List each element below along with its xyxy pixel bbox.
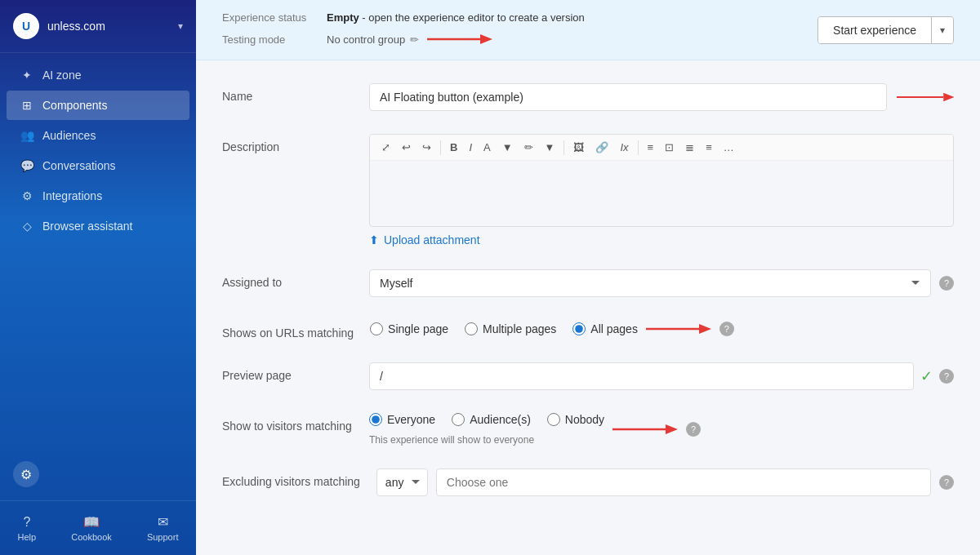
toolbar-expand[interactable]: ⤢	[376, 138, 395, 157]
svg-marker-1	[480, 34, 492, 44]
start-experience-btn-group[interactable]: Start experience ▾	[817, 16, 954, 44]
preview-input[interactable]	[369, 362, 914, 390]
sidebar-item-label: Components	[42, 99, 107, 112]
shows-multiple-pages-radio[interactable]	[465, 322, 478, 335]
toolbar-align-right[interactable]: ≣	[680, 138, 699, 157]
toolbar-redo[interactable]: ↪	[417, 138, 436, 157]
toolbar-link[interactable]: 🔗	[590, 138, 613, 157]
start-experience-button[interactable]: Start experience	[818, 17, 931, 43]
toolbar-italic[interactable]: I	[464, 138, 477, 157]
toolbar-align-center[interactable]: ⊡	[660, 138, 679, 157]
sidebar-item-components[interactable]: ⊞ Components	[7, 91, 189, 120]
logo-icon: U	[13, 13, 39, 39]
description-control: ⤢ ↩ ↪ B I A ▼ ✏ ▼ 🖼 🔗 Ix	[369, 134, 954, 246]
support-label: Support	[147, 532, 179, 542]
name-row: Name	[222, 83, 954, 111]
sidebar-item-label: Integrations	[42, 189, 102, 202]
shows-all-pages[interactable]: All pages	[572, 322, 638, 335]
help-button[interactable]: ? Help	[8, 508, 47, 548]
shows-on-label: Shows on URLs matching	[222, 320, 354, 340]
upload-attachment-link[interactable]: ⬆ Upload attachment	[369, 233, 954, 246]
sidebar-item-label: Conversations	[42, 159, 116, 172]
shows-all-pages-radio[interactable]	[572, 322, 586, 335]
sidebar-item-integrations[interactable]: ⚙ Integrations	[7, 181, 189, 211]
visitors-audiences-radio[interactable]	[452, 413, 465, 426]
red-arrow-name	[897, 88, 954, 106]
excluding-choose-input[interactable]	[436, 468, 931, 496]
support-button[interactable]: ✉ Support	[137, 508, 189, 548]
preview-page-label: Preview page	[222, 362, 353, 382]
red-arrow-visitors	[612, 420, 678, 438]
sidebar-item-browser-assistant[interactable]: ◇ Browser assistant	[7, 211, 189, 241]
sidebar-item-conversations[interactable]: 💬 Conversations	[7, 151, 189, 180]
toolbar-align-justify[interactable]: ≡	[701, 138, 717, 157]
toolbar-bold[interactable]: B	[445, 138, 462, 157]
visitors-help-icon[interactable]: ?	[686, 422, 701, 437]
name-input[interactable]	[369, 83, 887, 111]
sidebar-item-audiences[interactable]: 👥 Audiences	[7, 121, 189, 150]
shows-single-page-radio[interactable]	[370, 322, 383, 335]
visitors-audiences[interactable]: Audience(s)	[452, 413, 531, 426]
toolbar-divider-1	[440, 140, 441, 155]
svg-marker-3	[943, 93, 954, 102]
show-visitors-label: Show to visitors matching	[222, 413, 353, 433]
red-arrow-shows-on	[646, 320, 711, 338]
edit-testing-mode-icon[interactable]: ✏	[410, 33, 419, 46]
show-visitors-control: Everyone Audience(s) Nobody This e	[369, 413, 954, 446]
preview-check-icon: ✓	[920, 367, 933, 385]
audiences-icon: 👥	[20, 129, 34, 142]
shows-on-help-icon[interactable]: ?	[719, 322, 734, 336]
assigned-select[interactable]: Myself	[369, 269, 931, 297]
header-status: Experience status Empty - open the exper…	[222, 11, 585, 48]
excluding-label: Excluding visitors matching	[222, 468, 360, 488]
assigned-row: Assigned to Myself ?	[222, 269, 954, 297]
toolbar-font-color[interactable]: A	[479, 138, 496, 157]
org-chevron: ▾	[178, 20, 183, 32]
sidebar-logo-area[interactable]: U unless.com ▾	[0, 0, 196, 53]
cookbook-button[interactable]: 📖 Cookbook	[61, 508, 122, 548]
toolbar-align-left[interactable]: ≡	[643, 138, 659, 157]
visitors-everyone-radio[interactable]	[369, 413, 382, 426]
sidebar-item-label: AI zone	[42, 69, 81, 82]
experience-status-value: Empty - open the experience editor to cr…	[327, 11, 585, 24]
excluding-inputs: any ?	[376, 468, 954, 496]
testing-mode-value: No control group ✏	[327, 30, 492, 48]
visitors-nobody-radio[interactable]	[547, 413, 560, 426]
cookbook-label: Cookbook	[71, 532, 112, 542]
sidebar-item-ai-zone[interactable]: ✦ AI zone	[7, 60, 189, 90]
sidebar-item-label: Browser assistant	[42, 220, 132, 233]
testing-mode-row: Testing mode No control group ✏	[222, 30, 585, 48]
toolbar-pen-chevron[interactable]: ▼	[540, 138, 560, 157]
sidebar: U unless.com ▾ ✦ AI zone ⊞ Components 👥 …	[0, 0, 196, 555]
shows-all-pages-label: All pages	[590, 322, 638, 335]
toolbar-pen[interactable]: ✏	[519, 138, 538, 157]
toolbar-highlight[interactable]: ▼	[497, 138, 518, 157]
conversations-icon: 💬	[20, 159, 34, 172]
svg-marker-5	[699, 324, 711, 334]
excluding-any-select[interactable]: any	[376, 468, 428, 496]
excluding-control: any ?	[376, 468, 954, 496]
shows-single-page-label: Single page	[388, 322, 448, 335]
description-body[interactable]	[370, 161, 953, 226]
help-icon: ?	[23, 515, 30, 530]
visitors-section: Everyone Audience(s) Nobody This e	[369, 413, 604, 446]
experience-status-label: Experience status	[222, 11, 320, 24]
visitors-everyone[interactable]: Everyone	[369, 413, 435, 426]
preview-input-wrap: ✓ ?	[369, 362, 954, 390]
toolbar-undo[interactable]: ↩	[397, 138, 416, 157]
shows-single-page[interactable]: Single page	[370, 322, 448, 335]
preview-page-row: Preview page ✓ ?	[222, 362, 954, 390]
toolbar-code[interactable]: Ix	[615, 138, 633, 157]
toolbar-more[interactable]: …	[719, 138, 739, 157]
visitors-nobody[interactable]: Nobody	[547, 413, 604, 426]
form-content: Name Description ⤢ ↩ ↪	[196, 60, 980, 542]
preview-help-icon[interactable]: ?	[939, 369, 954, 384]
shows-multiple-pages[interactable]: Multiple pages	[465, 322, 556, 335]
toolbar-image[interactable]: 🖼	[568, 138, 589, 157]
excluding-help-icon[interactable]: ?	[939, 475, 954, 490]
visitors-everyone-label: Everyone	[387, 413, 435, 426]
assigned-help-icon[interactable]: ?	[939, 276, 954, 291]
sidebar-nav: ✦ AI zone ⊞ Components 👥 Audiences 💬 Con…	[0, 53, 196, 448]
settings-button[interactable]: ⚙	[13, 461, 39, 487]
start-experience-chevron[interactable]: ▾	[931, 17, 953, 43]
